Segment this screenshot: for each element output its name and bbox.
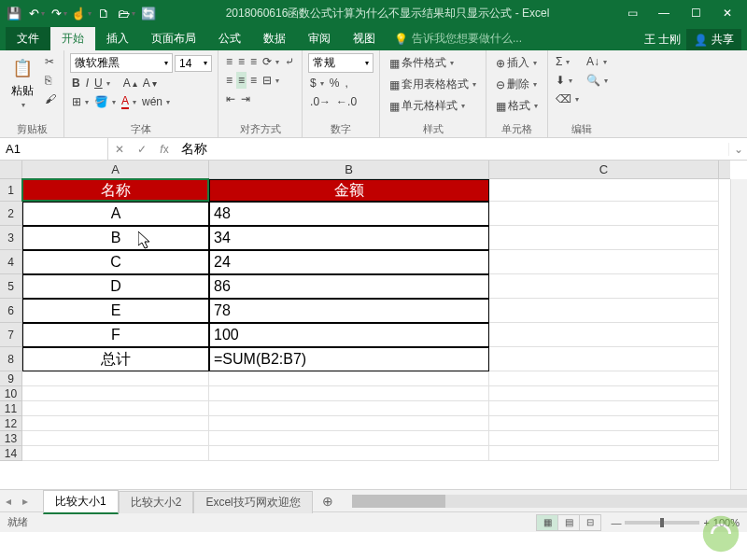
cell[interactable] — [209, 386, 489, 401]
cell[interactable]: 86 — [209, 274, 489, 299]
minimize-icon[interactable]: — — [648, 0, 680, 26]
cell[interactable]: 48 — [209, 202, 489, 226]
increase-indent-button[interactable]: ⇥ — [239, 91, 252, 107]
zoom-slider[interactable] — [625, 521, 699, 525]
expand-formula-bar-icon[interactable]: ⌄ — [728, 143, 747, 156]
tab-home[interactable]: 开始 — [50, 27, 95, 50]
row-header[interactable]: 9 — [0, 371, 21, 386]
cell[interactable]: D — [22, 274, 209, 299]
font-color-button[interactable]: A — [120, 93, 138, 110]
decrease-font-button[interactable]: A▾ — [141, 75, 159, 91]
cell[interactable]: =SUM(B2:B7) — [209, 347, 489, 371]
cell[interactable] — [22, 401, 209, 416]
font-size-combo[interactable]: 14▾ — [175, 55, 212, 72]
cell[interactable] — [489, 416, 719, 431]
tab-insert[interactable]: 插入 — [95, 27, 140, 50]
cut-button[interactable]: ✂ — [43, 53, 58, 70]
cell[interactable] — [22, 446, 209, 461]
decrease-indent-button[interactable]: ⇤ — [224, 91, 237, 107]
cell[interactable] — [489, 226, 719, 250]
enter-formula-icon[interactable]: ✓ — [131, 143, 153, 156]
cell[interactable]: A — [22, 202, 209, 226]
fill-button[interactable]: ⬇ — [554, 72, 581, 89]
delete-cells-button[interactable]: ⊖删除 — [492, 75, 541, 94]
clear-button[interactable]: ⌫ — [554, 91, 581, 107]
vertical-scrollbar[interactable] — [730, 179, 747, 489]
paste-button[interactable]: 📋 粘贴 — [6, 53, 39, 111]
normal-view-icon[interactable]: ▦ — [536, 514, 558, 531]
row-header[interactable]: 8 — [0, 347, 21, 371]
row-header[interactable]: 7 — [0, 323, 21, 347]
tab-data[interactable]: 数据 — [252, 27, 297, 50]
redo-icon[interactable]: ↷ — [49, 3, 69, 23]
cell[interactable] — [209, 416, 489, 431]
row-header[interactable]: 5 — [0, 274, 21, 299]
align-right-button[interactable]: ≡ — [248, 72, 259, 89]
fx-icon[interactable]: fx — [153, 143, 176, 156]
row-header[interactable]: 12 — [0, 416, 21, 431]
open-file-icon[interactable]: 🗁 — [116, 3, 136, 23]
cell[interactable]: 78 — [209, 299, 489, 323]
cell[interactable]: B — [22, 226, 209, 250]
format-cells-button[interactable]: ▦格式 — [492, 96, 542, 116]
cell[interactable] — [209, 371, 489, 386]
cell[interactable]: 100 — [209, 323, 489, 347]
cell[interactable]: 总计 — [22, 347, 209, 371]
format-painter-button[interactable]: 🖌 — [43, 91, 58, 107]
sheet-tab-1[interactable]: 比较大小2 — [119, 491, 194, 513]
cell[interactable] — [489, 274, 719, 299]
tab-file[interactable]: 文件 — [6, 27, 50, 50]
italic-button[interactable]: I — [84, 75, 91, 91]
number-format-combo[interactable]: 常规▾ — [308, 53, 374, 73]
cell[interactable] — [489, 179, 719, 202]
cell[interactable] — [22, 371, 209, 386]
cell[interactable] — [489, 401, 719, 416]
comma-button[interactable]: , — [343, 75, 349, 91]
close-icon[interactable]: ✕ — [712, 0, 743, 26]
align-center-button[interactable]: ≡ — [236, 72, 247, 89]
merge-button[interactable]: ⊟ — [261, 72, 281, 89]
cell[interactable] — [22, 431, 209, 446]
autosum-button[interactable]: Σ — [554, 53, 581, 70]
cell[interactable] — [489, 431, 719, 446]
tab-nav-prev-icon[interactable]: ◂ — [0, 495, 17, 508]
cells-area[interactable]: 名称金额A48B34C24D86E78F100总计=SUM(B2:B7) — [22, 179, 730, 489]
row-header[interactable]: 13 — [0, 431, 21, 446]
tab-layout[interactable]: 页面布局 — [140, 27, 207, 50]
cell[interactable] — [489, 386, 719, 401]
wrap-text-button[interactable]: ⤶ — [283, 53, 296, 70]
decrease-decimal-button[interactable]: ←.0 — [334, 93, 359, 110]
tell-me-search[interactable]: 💡 告诉我您想要做什么... — [387, 27, 529, 50]
table-format-button[interactable]: ▦套用表格格式 — [386, 75, 480, 94]
border-button[interactable]: ⊞ — [70, 93, 91, 110]
increase-font-button[interactable]: A▴ — [121, 75, 139, 91]
font-name-combo[interactable]: 微软雅黑▾ — [70, 53, 173, 73]
new-file-icon[interactable]: 🗋 — [93, 3, 114, 23]
touch-mode-icon[interactable]: ☝ — [71, 3, 92, 23]
sheet-tab-2[interactable]: Excel技巧网欢迎您 — [193, 491, 312, 513]
currency-button[interactable]: $ — [308, 75, 326, 91]
row-header[interactable]: 14 — [0, 446, 21, 461]
row-header[interactable]: 10 — [0, 386, 21, 401]
column-header[interactable]: A — [22, 161, 209, 178]
row-header[interactable]: 4 — [0, 250, 21, 274]
underline-button[interactable]: U — [92, 75, 112, 91]
cell[interactable] — [209, 401, 489, 416]
cell[interactable]: 金额 — [209, 179, 489, 202]
increase-decimal-button[interactable]: .0→ — [308, 93, 332, 110]
cell[interactable]: 24 — [209, 250, 489, 274]
percent-button[interactable]: % — [328, 75, 342, 91]
tab-review[interactable]: 审阅 — [297, 27, 342, 50]
insert-cells-button[interactable]: ⊕插入 — [492, 53, 541, 73]
cell[interactable] — [489, 347, 719, 371]
cell[interactable] — [489, 323, 719, 347]
tab-nav-next-icon[interactable]: ▸ — [17, 495, 34, 508]
cell[interactable] — [489, 299, 719, 323]
cell[interactable]: E — [22, 299, 209, 323]
undo-icon[interactable]: ↶ — [26, 3, 47, 23]
share-button[interactable]: 👤 共享 — [686, 29, 741, 50]
row-header[interactable]: 2 — [0, 202, 21, 226]
row-header[interactable]: 1 — [0, 179, 21, 202]
cell-style-button[interactable]: ▦单元格样式 — [386, 96, 469, 116]
align-top-button[interactable]: ≡ — [224, 53, 234, 70]
